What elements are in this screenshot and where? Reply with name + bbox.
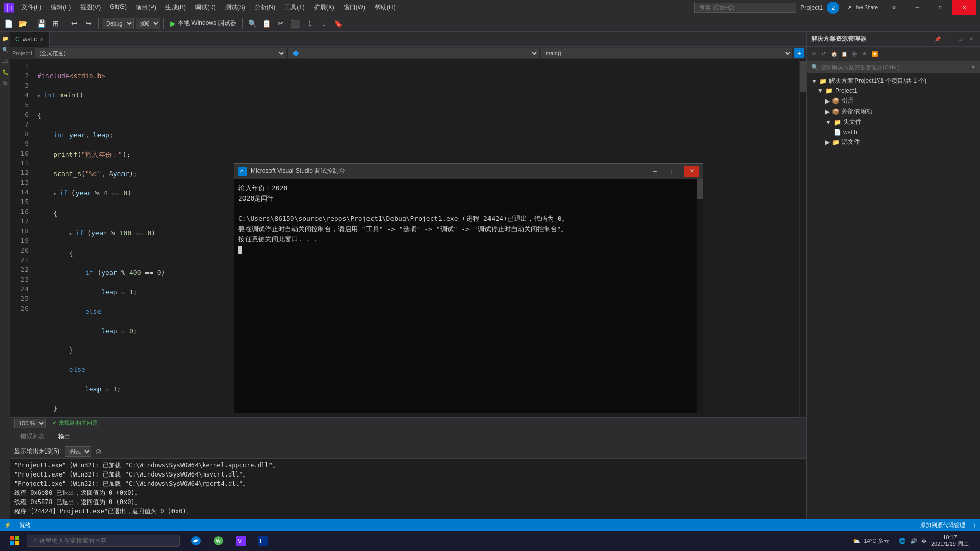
symbol-select[interactable]: 🔷 bbox=[288, 48, 539, 58]
volume-icon: 🔊 bbox=[910, 538, 917, 544]
menu-git[interactable]: Git(G) bbox=[106, 2, 131, 13]
function-select[interactable]: main() bbox=[541, 48, 792, 58]
title-search-input[interactable] bbox=[694, 3, 796, 13]
breakpoint-button[interactable]: ⬛ bbox=[289, 17, 301, 30]
save-all-button[interactable]: ⊞ bbox=[50, 17, 62, 30]
status-bar: ⚡ 就绪 添加到源代码管理 ↑ bbox=[0, 519, 980, 531]
se-refresh-button[interactable]: ↺ bbox=[819, 49, 828, 59]
menu-build[interactable]: 生成(B) bbox=[161, 2, 190, 13]
scroll-thumb[interactable] bbox=[800, 61, 806, 92]
tree-references[interactable]: ▶ 📦 引用 bbox=[807, 95, 980, 106]
new-file-button[interactable]: 📄 bbox=[2, 17, 14, 30]
window-controls: ↗ Live Share ⚙ ─ □ ✕ bbox=[843, 0, 976, 15]
cut-button[interactable]: ✂ bbox=[275, 17, 287, 30]
dc-scrollbar[interactable] bbox=[697, 179, 703, 413]
menu-project[interactable]: 项目(P) bbox=[132, 2, 160, 13]
tree-project[interactable]: ▼ 📁 Project1 bbox=[807, 86, 980, 95]
menu-extensions[interactable]: 扩展(X) bbox=[310, 2, 338, 13]
taskbar-wechat-icon[interactable]: W bbox=[208, 531, 229, 551]
live-share-button[interactable]: ↗ Live Share bbox=[843, 0, 882, 15]
encoding-indicator: ↑ bbox=[973, 522, 976, 528]
se-search-options[interactable]: ▼ bbox=[971, 64, 976, 70]
menu-debug[interactable]: 调试(D) bbox=[191, 2, 220, 13]
zoom-select[interactable]: 100 % bbox=[14, 419, 46, 428]
tree-sources[interactable]: ▶ 📁 源文件 bbox=[807, 137, 980, 147]
start-button[interactable] bbox=[4, 531, 24, 551]
se-home-button[interactable]: 🏠 bbox=[829, 49, 839, 59]
dc-line: 要在调试停止时自动关闭控制台，请启用 "工具" -> "选项" -> "调试" … bbox=[238, 224, 693, 234]
settings-icon[interactable]: ⚙ bbox=[882, 0, 905, 15]
tab-wst-c[interactable]: C wst.c ✕ bbox=[10, 32, 50, 47]
se-sync-button[interactable]: ⟳ bbox=[809, 49, 818, 59]
dc-maximize-button[interactable]: □ bbox=[666, 166, 680, 177]
tree-headers[interactable]: ▼ 📁 头文件 bbox=[807, 117, 980, 128]
menu-view[interactable]: 视图(V) bbox=[76, 2, 105, 13]
dc-close-button[interactable]: ✕ bbox=[684, 166, 699, 177]
output-source-label: 显示输出来源(S): bbox=[14, 447, 61, 456]
se-maximize-button[interactable]: □ bbox=[955, 35, 965, 44]
extensions-icon[interactable]: ⧉ bbox=[1, 79, 10, 88]
tab-error-list[interactable]: 错误列表 bbox=[14, 430, 51, 443]
taskbar-explorer-icon[interactable]: E bbox=[253, 531, 274, 551]
bookmark-button[interactable]: 🔖 bbox=[332, 17, 344, 30]
tree-external-deps[interactable]: ▶ 📦 外部依赖项 bbox=[807, 106, 980, 117]
se-search-input[interactable] bbox=[821, 64, 971, 70]
add-to-source[interactable]: 添加到源代码管理 bbox=[920, 521, 965, 529]
output-clear-button[interactable]: ⊘ bbox=[95, 447, 102, 456]
show-desktop-button[interactable] bbox=[973, 536, 976, 546]
output-source-select[interactable]: 调试 bbox=[65, 446, 91, 457]
tree-solution[interactable]: ▼ 📁 解决方案'Project1'(1 个项目/共 1 个) bbox=[807, 76, 980, 86]
find-button[interactable]: 🔍 bbox=[246, 17, 258, 30]
svg-text:C: C bbox=[240, 169, 244, 174]
save-button[interactable]: 💾 bbox=[35, 17, 47, 30]
open-file-button[interactable]: 📂 bbox=[16, 17, 29, 30]
git-icon[interactable]: ⎇ bbox=[1, 56, 10, 65]
minimize-button[interactable]: ─ bbox=[905, 0, 929, 15]
taskbar-search-input[interactable] bbox=[27, 535, 180, 547]
menu-analyze[interactable]: 分析(N) bbox=[251, 2, 280, 13]
copy-button[interactable]: 📋 bbox=[260, 17, 273, 30]
debug-icon[interactable]: 🐛 bbox=[1, 67, 10, 77]
menu-tools[interactable]: 工具(T) bbox=[280, 2, 308, 13]
se-add-button[interactable]: ➕ bbox=[850, 49, 859, 59]
maximize-button[interactable]: □ bbox=[929, 0, 952, 15]
se-close-button[interactable]: ✕ bbox=[967, 35, 976, 44]
se-properties-button[interactable]: 📋 bbox=[840, 49, 849, 59]
close-button[interactable]: ✕ bbox=[952, 0, 976, 15]
nav-add-button[interactable]: + bbox=[794, 48, 804, 58]
tab-close-button[interactable]: ✕ bbox=[40, 37, 44, 42]
se-tree: ▼ 📁 解决方案'Project1'(1 个项目/共 1 个) ▼ 📁 Proj… bbox=[807, 73, 980, 519]
step-into-button[interactable]: ↓ bbox=[317, 17, 330, 30]
se-view-button[interactable]: 👁 bbox=[860, 49, 869, 59]
menu-window[interactable]: 窗口(W) bbox=[339, 2, 370, 13]
menu-help[interactable]: 帮助(H) bbox=[371, 2, 400, 13]
issues-label: 未找到相关问题 bbox=[59, 419, 98, 427]
status-icon: ⚡ bbox=[4, 522, 11, 529]
platform-select[interactable]: x86 bbox=[136, 18, 160, 29]
date-label: 2021/1/19 周二 bbox=[931, 540, 969, 548]
redo-button[interactable]: ↪ bbox=[83, 17, 95, 30]
se-filter-button[interactable]: 🔽 bbox=[870, 49, 879, 59]
se-pin-button[interactable]: 📌 bbox=[933, 35, 942, 44]
dc-scroll-thumb[interactable] bbox=[697, 179, 703, 199]
menu-file[interactable]: 文件(F) bbox=[17, 2, 45, 13]
menu-edit[interactable]: 编辑(E) bbox=[46, 2, 75, 13]
taskbar-apps: W V E bbox=[186, 531, 274, 551]
tree-wst-h[interactable]: 📄 wst.h bbox=[807, 128, 980, 137]
dc-minimize-button[interactable]: ─ bbox=[648, 166, 662, 177]
taskbar-vs-icon[interactable]: V bbox=[231, 531, 251, 551]
search-icon[interactable]: 🔍 bbox=[1, 45, 10, 54]
se-minimize-button[interactable]: ─ bbox=[944, 35, 953, 44]
time-label: 10:17 bbox=[931, 534, 969, 540]
menu-test[interactable]: 测试(S) bbox=[221, 2, 250, 13]
run-button[interactable]: ▶ 本地 Windows 调试器 bbox=[167, 18, 239, 29]
undo-button[interactable]: ↩ bbox=[68, 17, 81, 30]
tab-output[interactable]: 输出 bbox=[52, 430, 77, 443]
scope-select[interactable]: (全局范围) bbox=[35, 48, 286, 58]
debug-config-select[interactable]: Debug bbox=[102, 18, 134, 29]
step-over-button[interactable]: ⤵ bbox=[303, 17, 315, 30]
sources-icon: 📁 bbox=[832, 139, 840, 146]
explorer-icon[interactable]: 📁 bbox=[1, 34, 10, 43]
taskbar-edge-icon[interactable] bbox=[186, 531, 206, 551]
editor-scrollbar[interactable] bbox=[799, 59, 806, 417]
